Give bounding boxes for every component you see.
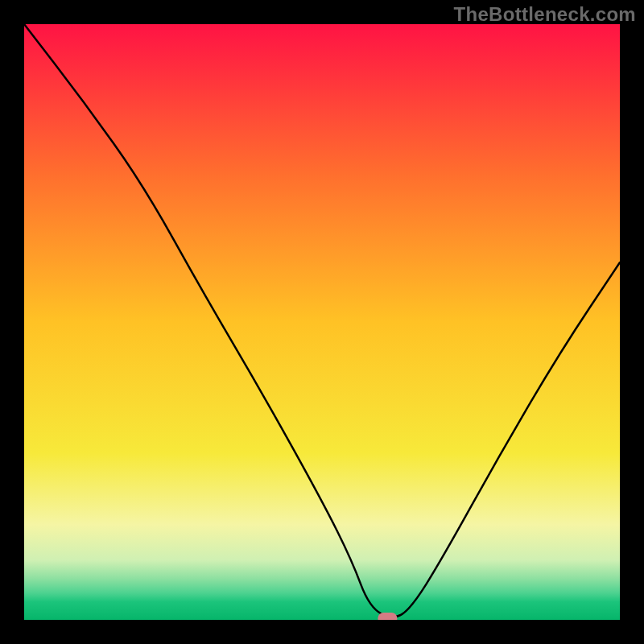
plot-area [24, 24, 620, 620]
chart-frame: TheBottleneck.com [0, 0, 644, 644]
sweet-spot-marker [378, 613, 397, 620]
gradient-background [24, 24, 620, 620]
watermark-text: TheBottleneck.com [454, 3, 636, 26]
plot-svg [24, 24, 620, 620]
